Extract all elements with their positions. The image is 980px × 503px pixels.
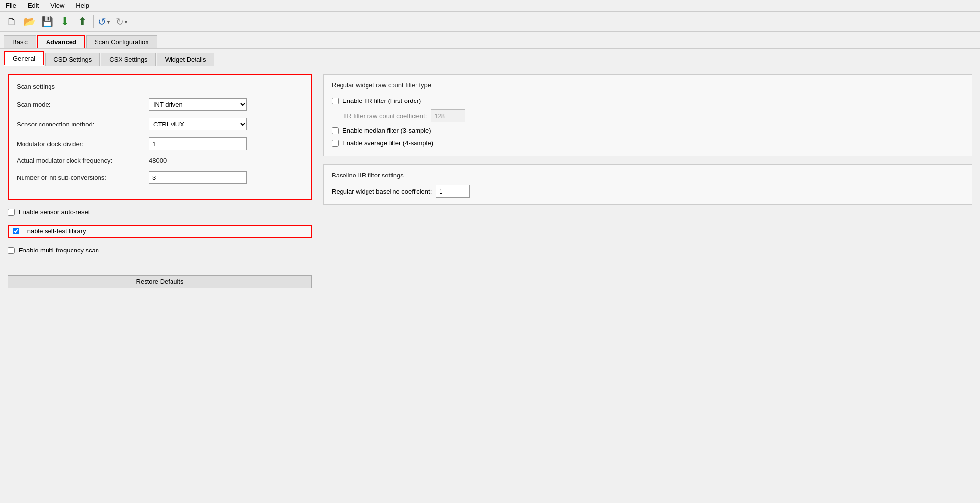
upload-icon: ⬆ (78, 15, 87, 28)
tab-advanced[interactable]: Advanced (37, 35, 85, 48)
enable-median-filter-row: Enable median filter (3-sample) (332, 125, 964, 137)
actual-clock-freq-value: 48000 (149, 157, 303, 164)
subtab-csx-settings[interactable]: CSX Settings (101, 53, 155, 66)
enable-average-filter-label: Enable average filter (4-sample) (343, 139, 433, 147)
enable-iir-filter-label: Enable IIR filter (First order) (343, 97, 421, 104)
enable-sensor-auto-reset-checkbox[interactable] (8, 209, 15, 216)
raw-count-filter-title: Regular widget raw count filter type (332, 81, 964, 89)
baseline-coeff-row: Regular widget baseline coefficient: (332, 185, 964, 198)
new-button[interactable]: 🗋 (4, 14, 20, 29)
enable-sensor-auto-reset-row: Enable sensor auto-reset (8, 205, 312, 219)
tab-scan-configuration[interactable]: Scan Configuration (86, 35, 157, 48)
modulator-clock-divider-row: Modulator clock divider: (17, 137, 303, 150)
enable-self-test-library-checkbox[interactable] (13, 228, 19, 234)
enable-multi-frequency-scan-checkbox[interactable] (8, 247, 15, 254)
iir-coeff-input[interactable] (431, 109, 465, 122)
scan-settings-title: Scan settings (17, 83, 303, 90)
undo-arrow: ▼ (106, 19, 111, 25)
redo-arrow: ▼ (124, 19, 129, 25)
actual-clock-freq-static: 48000 (149, 157, 167, 164)
num-init-subconversions-value (149, 171, 303, 184)
enable-multi-frequency-scan-row: Enable multi-frequency scan (8, 244, 312, 257)
enable-median-filter-label: Enable median filter (3-sample) (343, 127, 431, 134)
open-button[interactable]: 📂 (22, 14, 37, 29)
open-icon: 📂 (24, 16, 36, 27)
divider (8, 265, 312, 265)
enable-multi-frequency-scan-label: Enable multi-frequency scan (19, 247, 99, 254)
main-content: Scan settings Scan mode: INT driven DMA … (0, 66, 980, 409)
menu-file[interactable]: File (4, 1, 18, 10)
iir-coeff-label: IIR filter raw count coefficient: (343, 112, 427, 120)
scan-settings-box: Scan settings Scan mode: INT driven DMA … (8, 74, 312, 200)
sensor-connection-label: Sensor connection method: (17, 121, 149, 128)
enable-iir-filter-row: Enable IIR filter (First order) (332, 95, 964, 107)
enable-self-test-library-label: Enable self-test library (23, 227, 86, 235)
baseline-iir-section: Baseline IIR filter settings Regular wid… (323, 164, 972, 205)
scan-mode-row: Scan mode: INT driven DMA driven CPU dri… (17, 98, 303, 111)
sensor-connection-select[interactable]: CTRLMUX GPIO (149, 118, 247, 130)
menu-help[interactable]: Help (74, 1, 91, 10)
tab-basic[interactable]: Basic (4, 35, 36, 48)
modulator-clock-divider-value (149, 137, 303, 150)
toolbar-separator (93, 15, 94, 28)
download-button[interactable]: ⬇ (57, 14, 73, 29)
toolbar: 🗋 📂 💾 ⬇ ⬆ ↺ ▼ ↻ ▼ (0, 12, 980, 32)
redo-button[interactable]: ↻ ▼ (114, 14, 130, 29)
baseline-coeff-input[interactable] (436, 185, 470, 198)
subtab-csd-settings[interactable]: CSD Settings (45, 53, 100, 66)
menu-edit[interactable]: Edit (26, 1, 41, 10)
left-panel: Scan settings Scan mode: INT driven DMA … (8, 74, 312, 402)
scan-mode-value: INT driven DMA driven CPU driven (149, 98, 303, 111)
actual-clock-freq-row: Actual modulator clock frequency: 48000 (17, 157, 303, 164)
scan-mode-select[interactable]: INT driven DMA driven CPU driven (149, 98, 247, 111)
sensor-connection-row: Sensor connection method: CTRLMUX GPIO (17, 118, 303, 130)
modulator-clock-divider-input[interactable] (149, 137, 247, 150)
undo-button[interactable]: ↺ ▼ (97, 14, 112, 29)
new-icon: 🗋 (7, 16, 17, 27)
undo-icon: ↺ (98, 16, 106, 27)
menu-bar: File Edit View Help (0, 0, 980, 12)
num-init-subconversions-label: Number of init sub-conversions: (17, 174, 149, 181)
raw-count-filter-section: Regular widget raw count filter type Ena… (323, 74, 972, 156)
download-icon: ⬇ (60, 15, 69, 28)
enable-average-filter-checkbox[interactable] (332, 140, 339, 147)
sub-tabs: General CSD Settings CSX Settings Widget… (0, 49, 980, 66)
restore-defaults-button[interactable]: Restore Defaults (8, 275, 312, 288)
num-init-subconversions-input[interactable] (149, 171, 247, 184)
sensor-connection-value: CTRLMUX GPIO (149, 118, 303, 130)
num-init-subconversions-row: Number of init sub-conversions: (17, 171, 303, 184)
subtab-general[interactable]: General (4, 51, 44, 66)
actual-clock-freq-label: Actual modulator clock frequency: (17, 157, 149, 164)
modulator-clock-divider-label: Modulator clock divider: (17, 140, 149, 148)
baseline-iir-title: Baseline IIR filter settings (332, 172, 964, 179)
scan-mode-label: Scan mode: (17, 101, 149, 108)
enable-self-test-library-box: Enable self-test library (8, 225, 312, 238)
iir-coeff-row: IIR filter raw count coefficient: (332, 107, 964, 125)
upload-button[interactable]: ⬆ (74, 14, 90, 29)
right-panel: Regular widget raw count filter type Ena… (323, 74, 972, 402)
redo-icon: ↻ (116, 16, 124, 27)
enable-iir-filter-checkbox[interactable] (332, 98, 339, 104)
menu-view[interactable]: View (49, 1, 66, 10)
save-icon: 💾 (41, 16, 53, 27)
top-tabs: Basic Advanced Scan Configuration (0, 32, 980, 49)
save-button[interactable]: 💾 (39, 14, 55, 29)
enable-median-filter-checkbox[interactable] (332, 127, 339, 134)
enable-sensor-auto-reset-label: Enable sensor auto-reset (19, 208, 90, 216)
enable-average-filter-row: Enable average filter (4-sample) (332, 137, 964, 149)
subtab-widget-details[interactable]: Widget Details (157, 53, 215, 66)
baseline-coeff-label: Regular widget baseline coefficient: (332, 188, 432, 195)
